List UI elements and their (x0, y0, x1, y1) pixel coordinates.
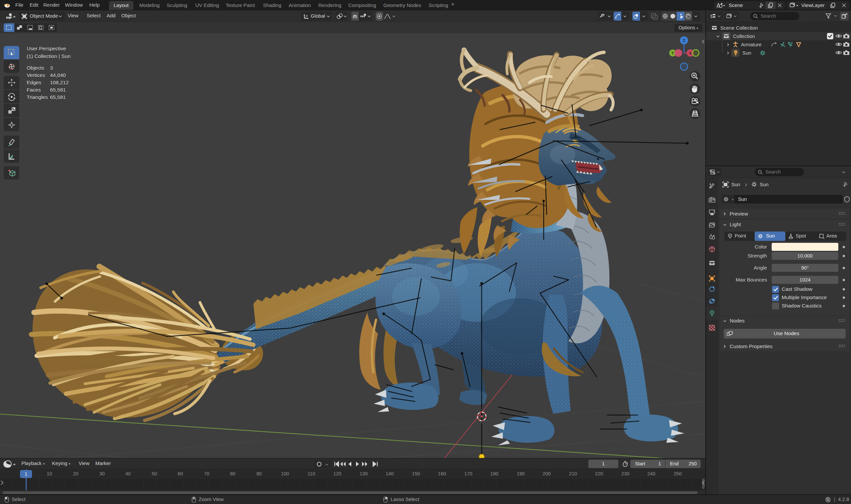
svg-text:X: X (689, 51, 692, 56)
svg-text:Y: Y (671, 51, 674, 56)
svg-text:Z: Z (683, 38, 685, 43)
